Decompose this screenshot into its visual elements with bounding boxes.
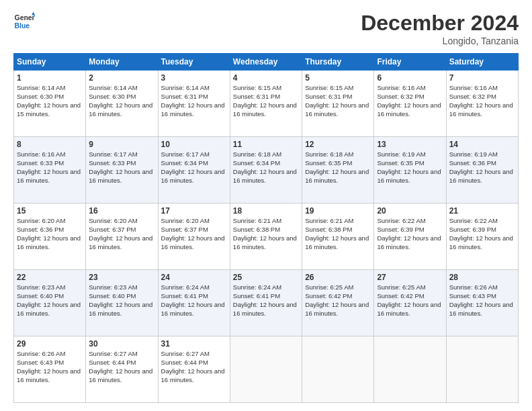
daylight-text: Daylight: 12 hours and 16 minutes. — [233, 301, 297, 317]
daylight-text: Daylight: 12 hours and 16 minutes. — [89, 367, 152, 383]
calendar-day-12: 12Sunrise: 6:18 AMSunset: 6:35 PMDayligh… — [302, 137, 374, 203]
calendar-day-29: 29Sunrise: 6:26 AMSunset: 6:43 PMDayligh… — [14, 336, 86, 403]
day-number: 3 — [161, 73, 227, 83]
daylight-text: Daylight: 12 hours and 16 minutes. — [377, 234, 441, 250]
calendar-header-tuesday: Tuesday — [158, 54, 230, 71]
sunset-text: Sunset: 6:40 PM — [89, 292, 136, 300]
calendar-day-2: 2Sunrise: 6:14 AMSunset: 6:30 PMDaylight… — [86, 71, 158, 137]
sunset-text: Sunset: 6:39 PM — [377, 226, 424, 233]
sunset-text: Sunset: 6:41 PM — [161, 292, 208, 300]
calendar-day-7: 7Sunrise: 6:16 AMSunset: 6:32 PMDaylight… — [446, 71, 518, 137]
day-number: 28 — [449, 272, 515, 283]
sunrise-text: Sunrise: 6:25 AM — [377, 283, 425, 291]
day-number: 12 — [305, 139, 371, 150]
day-number: 24 — [161, 272, 227, 283]
sunset-text: Sunset: 6:38 PM — [305, 226, 352, 233]
svg-text:Blue: Blue — [15, 22, 30, 30]
day-number: 7 — [449, 73, 515, 83]
sunset-text: Sunset: 6:31 PM — [305, 93, 352, 100]
sunset-text: Sunset: 6:37 PM — [161, 226, 208, 233]
calendar-day-23: 23Sunrise: 6:23 AMSunset: 6:40 PMDayligh… — [86, 270, 158, 336]
daylight-text: Daylight: 12 hours and 16 minutes. — [305, 301, 369, 317]
calendar-empty-cell — [302, 336, 374, 403]
day-number: 15 — [17, 205, 83, 216]
location: Longido, Tanzania — [361, 36, 519, 46]
sunrise-text: Sunrise: 6:14 AM — [89, 84, 137, 91]
calendar-header-row: SundayMondayTuesdayWednesdayThursdayFrid… — [14, 54, 519, 71]
daylight-text: Daylight: 12 hours and 16 minutes. — [233, 168, 297, 184]
day-number: 13 — [377, 139, 443, 150]
calendar-day-9: 9Sunrise: 6:17 AMSunset: 6:33 PMDaylight… — [86, 137, 158, 203]
logo: General Blue — [13, 11, 35, 32]
day-number: 16 — [89, 205, 154, 216]
calendar-empty-cell — [230, 336, 302, 403]
sunrise-text: Sunrise: 6:16 AM — [17, 150, 65, 158]
daylight-text: Daylight: 12 hours and 16 minutes. — [17, 367, 81, 383]
daylight-text: Daylight: 12 hours and 16 minutes. — [89, 101, 152, 118]
sunset-text: Sunset: 6:37 PM — [89, 226, 136, 233]
calendar-day-31: 31Sunrise: 6:27 AMSunset: 6:44 PMDayligh… — [158, 336, 230, 403]
day-number: 31 — [161, 338, 227, 349]
sunrise-text: Sunrise: 6:21 AM — [233, 217, 281, 224]
calendar-header-sunday: Sunday — [14, 54, 86, 71]
calendar-day-26: 26Sunrise: 6:25 AMSunset: 6:42 PMDayligh… — [302, 270, 374, 336]
calendar-day-24: 24Sunrise: 6:24 AMSunset: 6:41 PMDayligh… — [158, 270, 230, 336]
daylight-text: Daylight: 12 hours and 16 minutes. — [305, 234, 369, 250]
daylight-text: Daylight: 12 hours and 16 minutes. — [17, 168, 81, 184]
sunset-text: Sunset: 6:43 PM — [449, 292, 496, 300]
calendar-header-friday: Friday — [374, 54, 446, 71]
page: General Blue December 2024 Longido, Tanz… — [0, 0, 532, 411]
daylight-text: Daylight: 12 hours and 16 minutes. — [89, 301, 152, 317]
day-number: 9 — [89, 139, 154, 150]
daylight-text: Daylight: 12 hours and 16 minutes. — [377, 168, 441, 184]
daylight-text: Daylight: 12 hours and 16 minutes. — [305, 101, 369, 118]
daylight-text: Daylight: 12 hours and 16 minutes. — [377, 301, 441, 317]
sunset-text: Sunset: 6:42 PM — [305, 292, 352, 300]
day-number: 18 — [233, 205, 299, 216]
calendar-day-6: 6Sunrise: 6:16 AMSunset: 6:32 PMDaylight… — [374, 71, 446, 137]
day-number: 19 — [305, 205, 371, 216]
day-number: 25 — [233, 272, 299, 283]
daylight-text: Daylight: 12 hours and 16 minutes. — [161, 168, 225, 184]
day-number: 11 — [233, 139, 299, 150]
sunset-text: Sunset: 6:32 PM — [377, 93, 424, 100]
sunrise-text: Sunrise: 6:24 AM — [233, 283, 281, 291]
sunrise-text: Sunrise: 6:15 AM — [233, 84, 281, 91]
sunrise-text: Sunrise: 6:24 AM — [161, 283, 210, 291]
calendar-table: SundayMondayTuesdayWednesdayThursdayFrid… — [13, 53, 519, 403]
day-number: 6 — [377, 73, 443, 83]
day-number: 5 — [305, 73, 371, 83]
daylight-text: Daylight: 12 hours and 16 minutes. — [233, 101, 297, 118]
sunset-text: Sunset: 6:30 PM — [17, 93, 64, 100]
daylight-text: Daylight: 12 hours and 16 minutes. — [161, 234, 225, 250]
calendar-empty-cell — [446, 336, 518, 403]
sunrise-text: Sunrise: 6:17 AM — [89, 150, 137, 158]
calendar-week-row-1: 1Sunrise: 6:14 AMSunset: 6:30 PMDaylight… — [14, 71, 519, 137]
calendar-week-row-4: 22Sunrise: 6:23 AMSunset: 6:40 PMDayligh… — [14, 270, 519, 336]
sunset-text: Sunset: 6:34 PM — [233, 159, 280, 167]
day-number: 8 — [17, 139, 83, 150]
sunrise-text: Sunrise: 6:19 AM — [377, 150, 425, 158]
sunrise-text: Sunrise: 6:23 AM — [89, 283, 137, 291]
sunrise-text: Sunrise: 6:26 AM — [449, 283, 498, 291]
calendar-day-5: 5Sunrise: 6:15 AMSunset: 6:31 PMDaylight… — [302, 71, 374, 137]
calendar-day-28: 28Sunrise: 6:26 AMSunset: 6:43 PMDayligh… — [446, 270, 518, 336]
sunrise-text: Sunrise: 6:17 AM — [161, 150, 210, 158]
daylight-text: Daylight: 12 hours and 16 minutes. — [449, 101, 513, 118]
calendar-week-row-3: 15Sunrise: 6:20 AMSunset: 6:36 PMDayligh… — [14, 203, 519, 270]
day-number: 22 — [17, 272, 83, 283]
calendar-day-17: 17Sunrise: 6:20 AMSunset: 6:37 PMDayligh… — [158, 203, 230, 270]
day-number: 14 — [449, 139, 515, 150]
svg-marker-2 — [32, 12, 35, 15]
calendar-header-thursday: Thursday — [302, 54, 374, 71]
sunset-text: Sunset: 6:33 PM — [17, 159, 64, 167]
sunrise-text: Sunrise: 6:18 AM — [233, 150, 281, 158]
calendar-day-22: 22Sunrise: 6:23 AMSunset: 6:40 PMDayligh… — [14, 270, 86, 336]
calendar-day-20: 20Sunrise: 6:22 AMSunset: 6:39 PMDayligh… — [374, 203, 446, 270]
calendar-day-30: 30Sunrise: 6:27 AMSunset: 6:44 PMDayligh… — [86, 336, 158, 403]
calendar-day-8: 8Sunrise: 6:16 AMSunset: 6:33 PMDaylight… — [14, 137, 86, 203]
calendar-week-row-2: 8Sunrise: 6:16 AMSunset: 6:33 PMDaylight… — [14, 137, 519, 203]
calendar-day-1: 1Sunrise: 6:14 AMSunset: 6:30 PMDaylight… — [14, 71, 86, 137]
title-area: December 2024 Longido, Tanzania — [361, 11, 519, 46]
calendar-day-14: 14Sunrise: 6:19 AMSunset: 6:36 PMDayligh… — [446, 137, 518, 203]
